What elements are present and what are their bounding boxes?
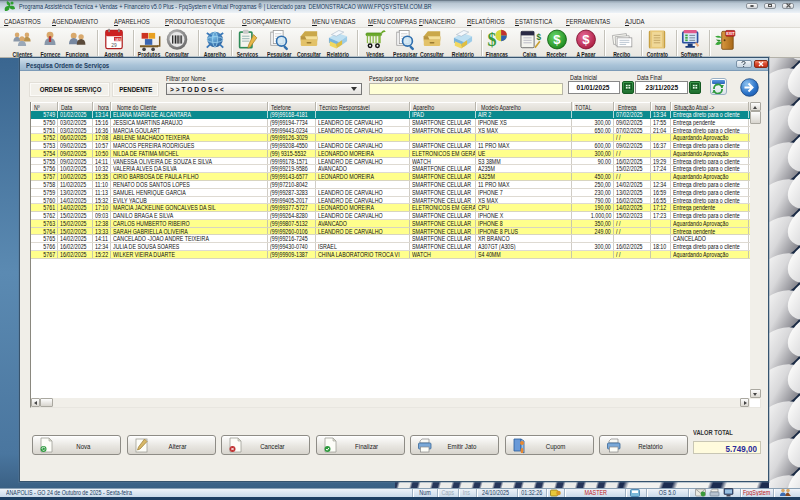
svg-text:$: $ xyxy=(582,32,590,47)
svg-text:$: $ xyxy=(553,32,561,47)
svg-text:29: 29 xyxy=(111,43,117,48)
svg-text:$: $ xyxy=(537,33,542,42)
svg-text:$: $ xyxy=(488,30,497,50)
svg-text:EXIT: EXIT xyxy=(726,32,735,36)
svg-text:JAN: JAN xyxy=(114,38,121,42)
